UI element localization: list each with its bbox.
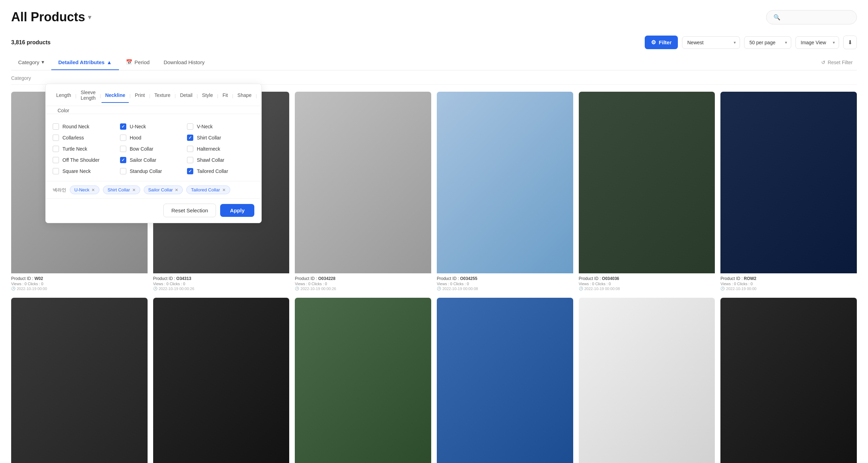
neckline-panel: Length | Sleeve Length | Neckline | Prin…: [45, 84, 262, 223]
panel-tab-detail[interactable]: Detail: [177, 92, 196, 103]
tag-remove-icon[interactable]: ✕: [91, 188, 95, 192]
panel-tab-style[interactable]: Style: [199, 92, 216, 103]
tag-remove-icon[interactable]: ✕: [175, 188, 178, 192]
product-info: Product ID : O034228 Views : 0 Clicks : …: [295, 273, 431, 292]
tag-remove-icon[interactable]: ✕: [222, 188, 226, 192]
page-header: All Products ▾ 🔍: [11, 0, 857, 30]
product-image: [437, 92, 573, 273]
apply-button[interactable]: Apply: [220, 204, 254, 217]
reset-filter-button[interactable]: ↺ Reset Filter: [817, 57, 857, 68]
search-box[interactable]: 🔍: [766, 10, 857, 24]
product-card[interactable]: Product ID : O034228 Views : 0 Clicks : …: [295, 92, 431, 292]
checkbox-box[interactable]: [120, 135, 126, 141]
clock-icon: 🕐: [579, 287, 583, 290]
checkbox-label: Standup Collar: [130, 168, 162, 174]
panel-tab-texture[interactable]: Texture: [151, 92, 174, 103]
page-title: All Products: [11, 10, 85, 24]
panel-tab-fit[interactable]: Fit: [219, 92, 232, 103]
sort-select[interactable]: Newest Oldest Price: Low to High Price: …: [682, 36, 740, 49]
product-image: [720, 92, 857, 273]
filter-tab-detailed-attributes[interactable]: Detailed Attributes ▲: [51, 55, 119, 70]
product-card[interactable]: Product ID : ROW2C Views : 0 Clicks : 0 …: [153, 298, 290, 463]
checkbox-box[interactable]: [187, 157, 193, 163]
product-image: [579, 298, 715, 463]
checkbox-item[interactable]: Hood: [120, 132, 187, 143]
product-card[interactable]: Product ID : ROW2D Views : 0 Clicks : 0 …: [295, 298, 431, 463]
download-button[interactable]: ⬇: [843, 36, 857, 49]
checkbox-label: Bow Collar: [130, 146, 154, 152]
search-input[interactable]: [783, 14, 850, 20]
selected-tag: Sailor Collar✕: [144, 185, 183, 194]
panel-tab-color[interactable]: Color: [54, 106, 73, 117]
product-id: O034036: [602, 276, 619, 281]
checkbox-label: Round Neck: [62, 124, 89, 129]
checkbox-item[interactable]: V-Neck: [187, 121, 254, 132]
sort-select-wrapper: Newest Oldest Price: Low to High Price: …: [682, 36, 740, 49]
filter-button[interactable]: ⚙ Filter: [645, 36, 678, 49]
checkbox-box[interactable]: [53, 135, 59, 141]
product-id-row: Product ID : O34313: [153, 276, 290, 281]
checkbox-item[interactable]: Shawl Collar: [187, 154, 254, 166]
filter-tab-category[interactable]: Category ▾: [11, 55, 51, 70]
product-date: 🕐 2022-10-19 00:00:26: [295, 287, 431, 291]
checkbox-item[interactable]: Turtle Neck: [53, 143, 120, 154]
checkbox-box[interactable]: [187, 135, 193, 141]
reset-selection-button[interactable]: Reset Selection: [163, 204, 216, 217]
product-date-text: 2022-10-19 00:00:08: [584, 287, 620, 291]
panel-tab-neckline[interactable]: Neckline: [102, 92, 129, 103]
checkbox-box[interactable]: [187, 146, 193, 152]
checkbox-item[interactable]: Standup Collar: [120, 166, 187, 177]
checkbox-item[interactable]: Off The Shoulder: [53, 154, 120, 166]
panel-tabs: Length | Sleeve Length | Neckline | Prin…: [46, 84, 261, 106]
selected-tag: Tailored Collar✕: [186, 185, 230, 194]
panel-tab-length[interactable]: Length: [53, 92, 75, 103]
selected-tag: U-Neck✕: [70, 185, 99, 194]
per-page-select[interactable]: 50 per page 100 per page 200 per page: [744, 36, 791, 49]
checkbox-box[interactable]: [53, 157, 59, 163]
product-info: Product ID : W02 Views : 0 Clicks : 0 🕐 …: [11, 273, 148, 292]
checkbox-box[interactable]: [53, 146, 59, 152]
view-select[interactable]: Image View List View: [795, 36, 839, 49]
panel-tab-sleeve-length[interactable]: Sleeve Length: [77, 90, 99, 106]
checkbox-box[interactable]: [53, 168, 59, 174]
panel-tab-shape[interactable]: Shape: [234, 92, 255, 103]
checkbox-box[interactable]: [120, 168, 126, 174]
filter-tab-period[interactable]: 📅 Period: [119, 55, 157, 70]
checkbox-item[interactable]: Collarless: [53, 132, 120, 143]
checkbox-label: Hood: [130, 135, 141, 141]
title-chevron-icon[interactable]: ▾: [88, 13, 91, 21]
checkbox-area: Round NeckU-NeckV-NeckCollarlessHoodShir…: [46, 114, 261, 181]
checkbox-box[interactable]: [120, 123, 126, 130]
checkbox-box[interactable]: [120, 146, 126, 152]
filter-tab-download-history[interactable]: Download History: [157, 55, 212, 70]
product-card[interactable]: Product ID : ROW2F Views : 0 Clicks : 0 …: [579, 298, 715, 463]
product-stats: Views : 0 Clicks : 0: [153, 282, 290, 286]
product-card[interactable]: Product ID : O034036 Views : 0 Clicks : …: [579, 92, 715, 292]
checkbox-item[interactable]: Sailor Collar: [120, 154, 187, 166]
product-card[interactable]: Product ID : ROW2E Views : 0 Clicks : 0 …: [437, 298, 573, 463]
checkbox-box[interactable]: [187, 123, 193, 130]
header-left: All Products ▾: [11, 10, 91, 24]
filter-tab-category-label: Category: [18, 59, 39, 65]
checkbox-item[interactable]: Shirt Collar: [187, 132, 254, 143]
product-stats: Views : 0 Clicks : 0: [11, 282, 148, 286]
product-card[interactable]: Product ID : ROW2G Views : 0 Clicks : 0 …: [720, 298, 857, 463]
panel-tab-print[interactable]: Print: [131, 92, 148, 103]
checkbox-item[interactable]: Bow Collar: [120, 143, 187, 154]
checkbox-item[interactable]: Round Neck: [53, 121, 120, 132]
product-card[interactable]: Product ID : O034255 Views : 0 Clicks : …: [437, 92, 573, 292]
checkbox-item[interactable]: U-Neck: [120, 121, 187, 132]
checkbox-item[interactable]: Halterneck: [187, 143, 254, 154]
checkbox-box[interactable]: [187, 168, 193, 174]
tag-remove-icon[interactable]: ✕: [132, 188, 136, 192]
product-card[interactable]: Product ID : ROW2 Views : 0 Clicks : 0 🕐…: [720, 92, 857, 292]
checkbox-item[interactable]: Square Neck: [53, 166, 120, 177]
category-row-label: Category: [11, 74, 39, 81]
product-card[interactable]: Product ID : ROW2B Views : 0 Clicks : 0 …: [11, 298, 148, 463]
product-date: 🕐 2022-10-19 00:00: [11, 287, 148, 291]
product-image: [295, 92, 431, 273]
checkbox-item[interactable]: Tailored Collar: [187, 166, 254, 177]
checkbox-box[interactable]: [120, 157, 126, 163]
checkbox-label: Halterneck: [197, 146, 220, 152]
checkbox-box[interactable]: [53, 123, 59, 130]
